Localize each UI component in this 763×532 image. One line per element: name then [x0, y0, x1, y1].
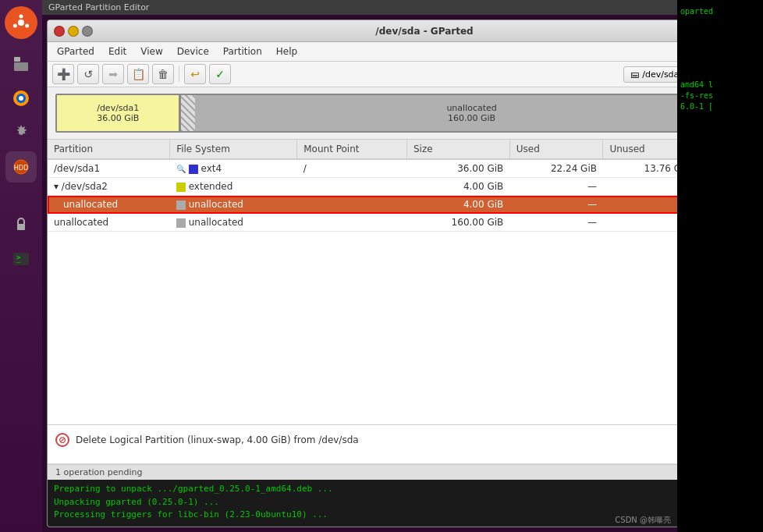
cell-partition: unallocated — [48, 214, 170, 232]
menu-partition[interactable]: Partition — [217, 44, 268, 59]
terminal-right-line3: -fs-res — [680, 90, 760, 101]
pending-text: Delete Logical Partition (linux-swap, 4.… — [76, 434, 359, 445]
pending-icon: ⊘ — [55, 433, 69, 447]
cell-filesystem: unallocated — [170, 214, 297, 232]
terminal-right: oparted amd64 l -fs-res 6.0-1 [ — [677, 0, 763, 532]
cell-used: — — [509, 196, 603, 214]
cell-size: 36.00 GiB — [406, 159, 509, 178]
cell-partition: /dev/sda1 — [48, 159, 170, 178]
status-bar: 1 operation pending — [48, 464, 758, 480]
partition-table-container: Partition File System Mount Point Size U… — [48, 140, 758, 424]
maximize-button[interactable] — [82, 26, 93, 37]
panel-title: GParted Partition Editor — [42, 0, 763, 15]
svg-point-3 — [25, 24, 29, 28]
status-text: 1 operation pending — [55, 467, 143, 477]
col-partition: Partition — [48, 140, 170, 159]
disk-visual: /dev/sda1 36.00 GiB unallocated 160.00 G… — [48, 87, 758, 140]
sidebar-item-gparted[interactable]: HDD — [5, 151, 37, 183]
sidebar-item-lock[interactable] — [5, 209, 37, 240]
menu-device[interactable]: Device — [171, 44, 215, 59]
cell-size: 160.00 GiB — [406, 214, 509, 232]
toolbar: ➕ ↺ ➡ 📋 🗑 ↩ ✓ 🖴 /dev/sda (200.00 GiB) ▼ — [48, 62, 758, 87]
cell-size: 4.00 GiB — [406, 196, 509, 214]
menu-edit[interactable]: Edit — [102, 44, 133, 59]
svg-rect-13 — [17, 224, 25, 230]
sidebar-item-firefox[interactable] — [5, 83, 37, 114]
col-filesystem: File System — [170, 140, 297, 159]
cell-partition: ▾ /dev/sda2 — [48, 178, 170, 196]
unalloc-size: 160.00 GiB — [448, 113, 495, 123]
cell-mountpoint — [297, 178, 407, 196]
terminal-line: Preparing to unpack .../gparted_0.25.0-1… — [54, 483, 751, 496]
pending-area: ⊘ Delete Logical Partition (linux-swap, … — [48, 425, 758, 464]
col-size: Size — [406, 140, 509, 159]
sidebar: HDD _ > — [0, 0, 42, 532]
table-header-row: Partition File System Mount Point Size U… — [48, 140, 758, 159]
sda1-size: 36.00 GiB — [97, 113, 139, 123]
menu-gparted[interactable]: GParted — [51, 44, 101, 59]
menubar: GParted Edit View Device Partition Help — [48, 42, 758, 62]
terminal-right-line1: oparted — [680, 6, 760, 17]
copy-button[interactable]: ➡ — [102, 64, 124, 84]
table-row[interactable]: ▾ /dev/sda2 extended 4.00 GiB — — — [48, 178, 758, 196]
cell-filesystem: 🔍 ext4 — [170, 159, 297, 178]
device-icon: 🖴 — [630, 69, 639, 80]
svg-point-1 — [18, 20, 24, 26]
undo-button[interactable]: ↺ — [77, 64, 99, 84]
sidebar-item-files[interactable] — [5, 48, 37, 80]
window-titlebar: /dev/sda - GParted — [48, 20, 758, 42]
sidebar-item-terminal[interactable]: _ > — [5, 243, 37, 275]
table-row[interactable]: unallocated unallocated 160.00 GiB — — — [48, 214, 758, 232]
window-title: /dev/sda - GParted — [98, 26, 751, 37]
table-row[interactable]: unallocated unallocated 4.00 GiB — — — [48, 196, 758, 214]
terminal-line: Unpacking gparted (0.25.0-1) ... — [54, 496, 751, 509]
table-row[interactable]: /dev/sda1 🔍 ext4 / 36.00 GiB 22.24 GiB 1… — [48, 159, 758, 178]
pending-item: ⊘ Delete Logical Partition (linux-swap, … — [55, 430, 750, 450]
svg-text:HDD: HDD — [14, 165, 28, 172]
sidebar-item-settings[interactable] — [5, 117, 37, 148]
gparted-window: /dev/sda - GParted GParted Edit View Dev… — [47, 20, 758, 527]
panel-title-text: GParted Partition Editor — [48, 2, 149, 12]
new-partition-button[interactable]: ➕ — [52, 64, 74, 84]
svg-rect-14 — [13, 253, 29, 265]
main-area: GParted Partition Editor /dev/sda - GPar… — [42, 0, 763, 532]
cell-partition: unallocated — [48, 196, 170, 214]
sda1-label: /dev/sda1 — [97, 103, 139, 113]
cell-filesystem: extended — [170, 178, 297, 196]
delete-button[interactable]: 🗑 — [152, 64, 174, 84]
terminal-right-line4: 6.0-1 [ — [680, 101, 760, 112]
menu-help[interactable]: Help — [270, 44, 303, 59]
svg-point-4 — [13, 24, 17, 28]
svg-text:>: > — [16, 254, 21, 261]
cell-used: — — [509, 178, 603, 196]
disk-bar: /dev/sda1 36.00 GiB unallocated 160.00 G… — [55, 94, 750, 133]
paste-button[interactable]: 📋 — [127, 64, 149, 84]
svg-point-9 — [19, 96, 23, 101]
svg-rect-6 — [14, 62, 28, 71]
bottom-area: ⊘ Delete Logical Partition (linux-swap, … — [48, 424, 758, 480]
cell-filesystem: unallocated — [170, 196, 297, 214]
cell-used: — — [509, 214, 603, 232]
undo-all-button[interactable]: ↩ — [184, 64, 206, 84]
window-controls — [54, 26, 93, 37]
col-mountpoint: Mount Point — [297, 140, 407, 159]
cell-mountpoint — [297, 196, 407, 214]
unalloc-label: unallocated — [446, 103, 496, 113]
partition-table: Partition File System Mount Point Size U… — [48, 140, 758, 232]
disk-segment-sda1[interactable]: /dev/sda1 36.00 GiB — [57, 95, 181, 131]
col-used: Used — [509, 140, 603, 159]
menu-view[interactable]: View — [134, 44, 169, 59]
svg-point-2 — [20, 15, 23, 19]
disk-segment-stripe — [181, 95, 195, 131]
close-button[interactable] — [54, 26, 65, 37]
minimize-button[interactable] — [68, 26, 79, 37]
cell-mountpoint: / — [297, 159, 407, 178]
disk-segment-unallocated[interactable]: unallocated 160.00 GiB — [195, 95, 748, 131]
cell-size: 4.00 GiB — [406, 178, 509, 196]
cell-mountpoint — [297, 214, 407, 232]
terminal-right-line2: amd64 l — [680, 80, 760, 90]
watermark: CSDN @韩曝亮 — [615, 515, 671, 526]
sidebar-item-ubuntu[interactable] — [5, 6, 37, 39]
toolbar-separator-1 — [179, 66, 179, 82]
apply-button[interactable]: ✓ — [209, 64, 231, 84]
